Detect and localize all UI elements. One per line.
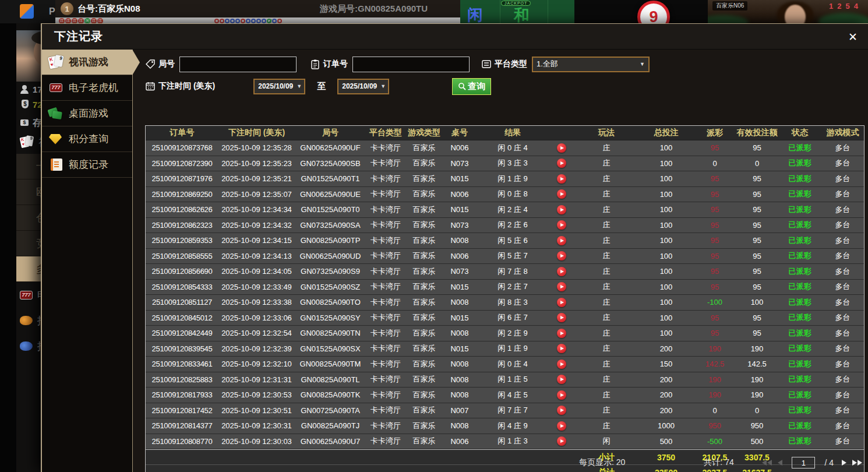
cell-table-number: N015 [443, 283, 477, 291]
menu-item-quota-records[interactable]: 额度记录 [42, 152, 132, 178]
cell-table-number: N006 [443, 437, 477, 446]
cell-payout: 95 [694, 174, 736, 183]
cell-play-side: 庄 [574, 251, 638, 261]
dealer-video-feed: 百家乐N06 1254 [708, 0, 868, 23]
cell-replay [549, 421, 574, 431]
cell-bet-time: 2025-10-09 12:30:53 [218, 390, 295, 399]
replay-play-icon[interactable] [557, 344, 566, 353]
modal-content: 局号 订单号 平台类型 1.全部 ▼ [133, 50, 868, 472]
cell-valid-bet: 950 [736, 421, 778, 430]
first-page-icon[interactable] [762, 460, 772, 466]
table-row: 2510091208543332025-10-09 12:33:49GN0152… [146, 280, 864, 295]
cell-replay [549, 174, 574, 184]
search-button[interactable]: 查询 [452, 78, 491, 95]
replay-play-icon[interactable] [557, 220, 566, 230]
cell-game-type: 百家乐 [405, 436, 443, 446]
table-row: 2510091208593532025-10-09 12:34:15GN0082… [146, 233, 864, 249]
cell-payout: 0 [694, 406, 736, 415]
close-icon[interactable]: ✕ [845, 29, 861, 45]
replay-play-icon[interactable] [557, 189, 566, 199]
cell-game-mode: 多台 [821, 220, 864, 230]
replay-play-icon[interactable] [557, 267, 566, 276]
cell-play-side: 庄 [574, 205, 638, 215]
replay-play-icon[interactable] [557, 421, 566, 431]
cell-status: 已派彩 [778, 328, 821, 339]
cell-replay [549, 375, 574, 384]
modal-menu: K♥9 视讯游戏 777 电子老虎机 桌面游戏 积分查询 [42, 50, 133, 472]
table-row: 2510091208258832025-10-09 12:31:31GN0082… [146, 372, 864, 388]
cell-game-mode: 多台 [821, 235, 864, 246]
cell-order-id: 251009120825883 [146, 375, 218, 384]
cell-platform: 卡卡湾厅 [366, 251, 405, 261]
table-header-row: 订单号下注时间 (美东)局号平台类型游戏类型桌号结果玩法总投注派彩有效投注额状态… [146, 126, 864, 140]
cell-table-number: N008 [443, 298, 477, 307]
replay-play-icon[interactable] [557, 360, 566, 369]
tag-icon [145, 59, 156, 69]
cell-status: 已派彩 [778, 343, 821, 354]
cell-play-side: 庄 [574, 189, 638, 199]
replay-play-icon[interactable] [557, 390, 566, 400]
cell-game-type: 百家乐 [405, 405, 443, 415]
cell-order-id: 251009120842449 [146, 329, 218, 337]
date-from-picker[interactable]: 2025/10/09 ▼ [253, 79, 305, 94]
bet-zone-player: 闲 [467, 5, 483, 26]
replay-play-icon[interactable] [557, 406, 566, 415]
cell-game-type: 百家乐 [405, 189, 443, 199]
replay-play-icon[interactable] [557, 236, 566, 245]
cell-game-type: 百家乐 [405, 297, 443, 308]
table-row: 2510091208450122025-10-09 12:33:06GN0152… [146, 311, 864, 326]
date-to-picker[interactable]: 2025/10/09 ▼ [337, 79, 389, 94]
cell-total-bet: 100 [638, 190, 694, 199]
cell-payout: 95 [694, 329, 736, 337]
cell-valid-bet: 500 [736, 437, 778, 446]
prev-page-icon[interactable] [778, 460, 782, 466]
page-number-input[interactable] [792, 457, 815, 469]
replay-play-icon[interactable] [557, 205, 566, 214]
cell-order-id: 251009120808770 [146, 437, 218, 446]
replay-play-icon[interactable] [557, 158, 566, 168]
table-number-label: 台号:百家乐N08 [77, 3, 140, 15]
menu-item-slots[interactable]: 777 电子老虎机 [42, 75, 132, 101]
replay-play-icon[interactable] [557, 313, 566, 322]
menu-item-label: 电子老虎机 [69, 81, 118, 94]
date-range-to-label: 至 [317, 81, 326, 92]
replay-play-icon[interactable] [557, 282, 566, 291]
table-row: 2510091208585552025-10-09 12:34:13GN0062… [146, 249, 864, 265]
round-number-input[interactable] [179, 57, 297, 72]
cell-game-mode: 多台 [821, 390, 864, 400]
replay-play-icon[interactable] [557, 375, 566, 384]
cell-order-id: 251009120872390 [146, 159, 218, 168]
cell-platform: 卡卡湾厅 [366, 297, 405, 308]
bet-records-table: 订单号下注时间 (美东)局号平台类型游戏类型桌号结果玩法总投注派彩有效投注额状态… [145, 125, 865, 472]
platform-type-select[interactable]: 1.全部 ▼ [532, 57, 650, 72]
cell-game-type: 百家乐 [405, 220, 443, 230]
replay-play-icon[interactable] [557, 329, 566, 338]
cell-order-id: 251009120862626 [146, 205, 218, 214]
order-number-input[interactable] [352, 57, 470, 72]
menu-item-video-games[interactable]: K♥9 视讯游戏 [42, 50, 132, 75]
cell-valid-bet: 95 [736, 143, 778, 152]
replay-play-icon[interactable] [557, 251, 566, 260]
menu-item-points-query[interactable]: 积分查询 [42, 126, 132, 152]
cell-total-bet: 200 [638, 406, 694, 415]
next-page-icon[interactable] [842, 460, 846, 466]
replay-play-icon[interactable] [557, 143, 566, 153]
replay-play-icon[interactable] [557, 436, 566, 446]
list-icon [481, 59, 492, 69]
column-header: 桌号 [443, 128, 477, 138]
cell-valid-bet: 95 [736, 190, 778, 199]
menu-item-table-games[interactable]: 桌面游戏 [42, 101, 132, 126]
road-ring [214, 19, 219, 23]
road-ring [256, 19, 261, 23]
modal-title: 下注记录 [54, 29, 103, 44]
replay-play-icon[interactable] [557, 174, 566, 184]
replay-play-icon[interactable] [557, 298, 566, 307]
cell-game-mode: 多台 [821, 174, 864, 184]
cell-payout: 95 [694, 236, 736, 245]
calendar-icon [145, 81, 156, 91]
last-page-icon[interactable] [852, 460, 862, 466]
fish-icon [20, 341, 33, 351]
cell-total-bet: 100 [638, 143, 694, 152]
cell-platform: 卡卡湾厅 [366, 143, 405, 153]
cell-play-side: 庄 [574, 143, 638, 153]
